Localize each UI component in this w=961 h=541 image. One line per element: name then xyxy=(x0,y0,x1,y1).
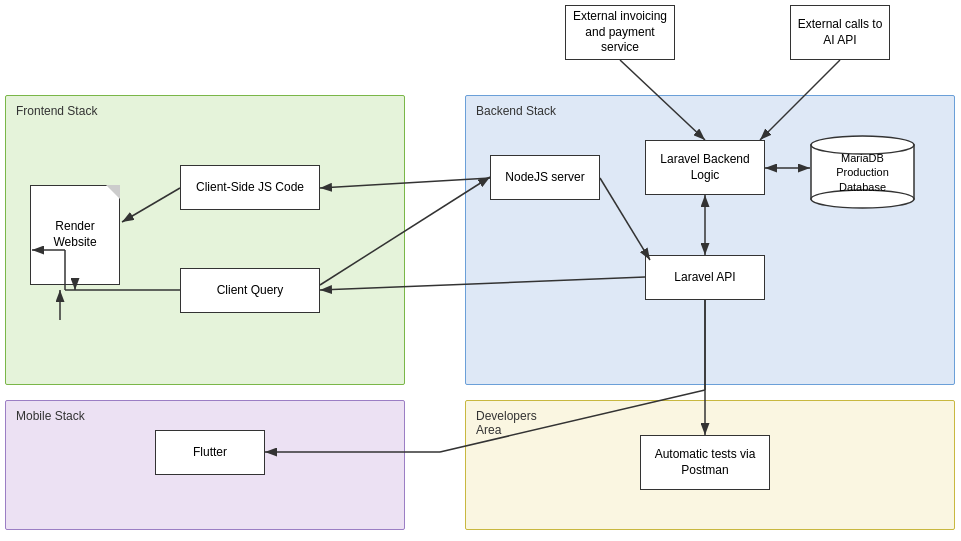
ext-ai-label: External calls to AI API xyxy=(795,17,885,48)
nodejs-box: NodeJS server xyxy=(490,155,600,200)
frontend-label: Frontend Stack xyxy=(16,104,97,118)
client-side-js-box: Client-Side JS Code xyxy=(180,165,320,210)
mariadb-label: MariaDB Production Database xyxy=(832,143,893,202)
ext-invoicing-label: External invoicing and payment service xyxy=(570,9,670,56)
render-website-label: Render Website xyxy=(53,219,96,250)
laravel-api-label: Laravel API xyxy=(674,270,735,286)
client-query-box: Client Query xyxy=(180,268,320,313)
flutter-label: Flutter xyxy=(193,445,227,461)
laravel-api-box: Laravel API xyxy=(645,255,765,300)
laravel-backend-label: Laravel Backend Logic xyxy=(660,152,749,183)
mariadb-box: MariaDB Production Database xyxy=(810,135,915,210)
laravel-backend-box: Laravel Backend Logic xyxy=(645,140,765,195)
ext-ai-box: External calls to AI API xyxy=(790,5,890,60)
auto-tests-label: Automatic tests via Postman xyxy=(655,447,756,478)
client-query-label: Client Query xyxy=(217,283,284,299)
ext-invoicing-box: External invoicing and payment service xyxy=(565,5,675,60)
auto-tests-box: Automatic tests via Postman xyxy=(640,435,770,490)
mobile-label: Mobile Stack xyxy=(16,409,85,423)
render-website-box: Render Website xyxy=(30,185,120,285)
flutter-box: Flutter xyxy=(155,430,265,475)
nodejs-label: NodeJS server xyxy=(505,170,584,186)
devarea-label: Developers Area xyxy=(476,409,537,437)
client-side-js-label: Client-Side JS Code xyxy=(196,180,304,196)
architecture-diagram: Frontend Stack Backend Stack Mobile Stac… xyxy=(0,0,961,541)
backend-label: Backend Stack xyxy=(476,104,556,118)
